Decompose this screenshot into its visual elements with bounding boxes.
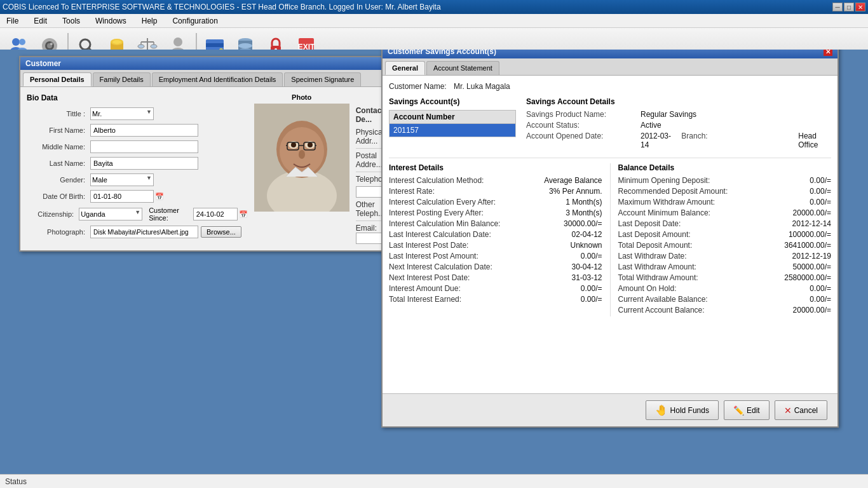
close-button[interactable]: ✕ — [855, 3, 865, 11]
menu-edit[interactable]: Edit — [30, 15, 51, 27]
balance-row-11: Current Available Balance: 0.00/= — [618, 295, 832, 304]
hold-funds-label: Hold Funds — [670, 406, 709, 415]
interest-row-2: Interest Calculation Every After: 1 Mont… — [389, 198, 602, 207]
customer-since-input[interactable] — [193, 208, 238, 220]
menu-windows[interactable]: Windows — [92, 15, 130, 27]
tab-general[interactable]: General — [385, 61, 425, 75]
gender-select-wrapper: Male — [90, 173, 154, 186]
savings-close-button[interactable]: ✕ — [824, 50, 832, 56]
balance-row-0: Minimum Opening Deposit: 0.00/= — [618, 176, 832, 185]
title-row: Tittle : Mr. — [27, 107, 248, 120]
svg-point-7 — [50, 43, 53, 45]
title-bar-buttons: ─ □ ✕ — [832, 3, 865, 11]
opened-date-label: Account Opened Date: — [526, 132, 641, 149]
svg-point-21 — [173, 37, 182, 46]
middle-name-input[interactable] — [90, 140, 198, 153]
svg-rect-24 — [206, 43, 224, 47]
balance-row-3: Account Minimum Balance: 20000.00/= — [618, 208, 832, 217]
balance-row-6: Total Deposit Amount: 3641000.00/= — [618, 241, 832, 250]
savings-footer: 🤚 Hold Funds ✏️ Edit ✕ Cancel — [383, 393, 837, 426]
photograph-input[interactable] — [90, 226, 198, 238]
calendar-icon[interactable]: 📅 — [155, 193, 164, 201]
branch-label: Branch: — [681, 132, 796, 149]
savings-content: Customer Name: Mr. Luka Magala Savings A… — [383, 76, 837, 393]
top-section: Savings Account(s) Account Number 201157 — [389, 97, 831, 151]
gender-select[interactable]: Male — [90, 173, 154, 186]
menu-file[interactable]: File — [3, 15, 22, 27]
cancel-icon: ✕ — [784, 405, 792, 416]
dob-input[interactable] — [90, 190, 154, 203]
menu-configuration[interactable]: Configuration — [168, 15, 221, 27]
tab-account-statement[interactable]: Account Statement — [426, 61, 499, 75]
balance-row-10: Amount On Hold: 0.00/= — [618, 284, 832, 293]
table-row[interactable]: 201157 — [390, 124, 516, 137]
interest-row-6: Last Interest Post Date: Unknown — [389, 241, 602, 250]
photograph-label: Photograph: — [27, 228, 90, 236]
tab-specimen-signature[interactable]: Specimen Signature — [284, 72, 361, 86]
maximize-button[interactable]: □ — [844, 3, 854, 11]
balance-details-section: Balance Details Minimum Opening Deposit:… — [611, 163, 832, 316]
last-name-input[interactable] — [90, 157, 198, 170]
photograph-row: Photograph: Browse... — [27, 226, 248, 238]
customer-tab-bar: Personal Details Family Details Employme… — [20, 70, 393, 87]
citizenship-label: Citizenship: — [27, 210, 79, 218]
account-status-row: Account Status: Active — [526, 121, 831, 130]
first-name-row: First Name: — [27, 124, 248, 137]
customer-window-header: Customer — [20, 57, 393, 70]
photo-label: Photo — [292, 93, 311, 101]
account-number-cell: 201157 — [390, 124, 516, 137]
minimize-button[interactable]: ─ — [832, 3, 843, 11]
calendar-icon-2[interactable]: 📅 — [239, 210, 248, 219]
hold-funds-button[interactable]: 🤚 Hold Funds — [646, 400, 719, 420]
account-status-value: Active — [641, 121, 661, 130]
savings-window: Customer Savings Account(s) ✕ General Ac… — [381, 50, 839, 428]
account-status-label: Account Status: — [526, 121, 641, 130]
citizenship-row: Citizenship: Uganda Customer Since: 📅 — [27, 207, 248, 222]
menu-bar: File Edit Tools Windows Help Configurati… — [0, 14, 868, 28]
middle-name-label: Middle Name: — [27, 143, 90, 151]
photo-area: Photo — [254, 93, 349, 244]
balance-row-4: Last Deposit Date: 2012-12-14 — [618, 219, 832, 228]
interest-row-10: Interest Amount Due: 0.00/= — [389, 284, 602, 293]
interest-row-5: Last Interest Calculation Date: 02-04-12 — [389, 230, 602, 239]
customer-window-content: Bio Data Tittle : Mr. First Name: — [20, 87, 393, 250]
svg-point-0 — [12, 38, 20, 46]
interest-details-section: Interest Details Interest Calculation Me… — [389, 163, 611, 316]
svg-point-30 — [238, 43, 252, 48]
savings-account-details-title: Savings Account Details — [526, 97, 831, 106]
tab-employment-details[interactable]: Employment And Identification Details — [152, 72, 283, 86]
title-label: Tittle : — [27, 110, 90, 118]
middle-name-row: Middle Name: — [27, 140, 248, 153]
first-name-input[interactable] — [90, 124, 198, 137]
gender-label: Gender: — [27, 176, 90, 184]
photo-box — [254, 104, 349, 212]
savings-accounts-section: Savings Account(s) Account Number 201157 — [389, 97, 516, 151]
svg-point-1 — [19, 39, 25, 45]
browse-button[interactable]: Browse... — [201, 226, 241, 238]
balance-row-12: Current Account Balance: 20000.00/= — [618, 306, 832, 315]
customer-name-row: Customer Name: Mr. Luka Magala — [389, 82, 831, 91]
menu-help[interactable]: Help — [138, 15, 161, 27]
account-table: Account Number 201157 — [389, 110, 516, 137]
customer-name-label: Customer Name: — [389, 82, 447, 91]
interest-row-1: Interest Rate: 3% Per Annum. — [389, 187, 602, 196]
interest-row-11: Total Interest Earned: 0.00/= — [389, 295, 602, 304]
main-area: Customer Personal Details Family Details… — [0, 50, 868, 474]
branch-value: Head Office — [798, 132, 831, 149]
title-select[interactable]: Mr. — [90, 107, 154, 120]
tab-personal-details[interactable]: Personal Details — [23, 72, 92, 86]
edit-icon: ✏️ — [733, 405, 744, 416]
menu-tools[interactable]: Tools — [58, 15, 84, 27]
bio-data-title: Bio Data — [27, 93, 248, 102]
customer-window: Customer Personal Details Family Details… — [19, 56, 394, 252]
opened-date-row: Account Opened Date: 2012-03-14 Branch: … — [526, 132, 831, 149]
savings-accounts-title: Savings Account(s) — [389, 97, 516, 106]
svg-point-19 — [151, 44, 157, 48]
bio-data-section: Bio Data Tittle : Mr. First Name: — [27, 93, 248, 244]
interest-row-0: Interest Calculation Method: Average Bal… — [389, 176, 602, 185]
tab-family-details[interactable]: Family Details — [93, 72, 151, 86]
cancel-button[interactable]: ✕ Cancel — [775, 400, 827, 420]
edit-button[interactable]: ✏️ Edit — [724, 400, 770, 420]
citizenship-select[interactable]: Uganda — [79, 208, 142, 220]
bottom-section: Interest Details Interest Calculation Me… — [389, 158, 831, 316]
